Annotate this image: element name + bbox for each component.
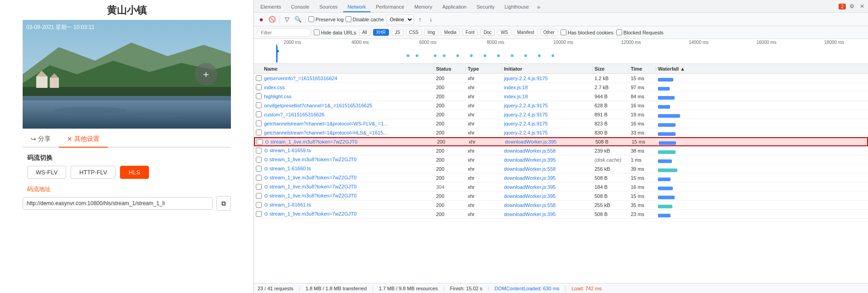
row-checkbox[interactable] xyxy=(255,211,262,217)
tab-network[interactable]: Network xyxy=(343,2,370,12)
row-time: 15 ms xyxy=(630,139,657,144)
table-row[interactable]: ⊙ stream_1-61659.ts 200 xhr downloadWork… xyxy=(254,146,868,155)
row-initiator: jquery-2.2.4.js:9175 xyxy=(502,76,593,81)
table-row[interactable]: ⊙ stream_1_live.m3u8?token=7wZ2GJT0 200 … xyxy=(254,155,868,164)
tab-settings[interactable]: ✕ 其他设置 xyxy=(59,131,108,148)
blocked-cookies-checkbox[interactable] xyxy=(561,29,566,35)
svg-point-19 xyxy=(484,54,486,57)
row-checkbox[interactable] xyxy=(255,166,262,172)
header-type[interactable]: Type xyxy=(466,66,502,72)
table-row[interactable]: highlight.css 200 xhr index.js:18 944 B … xyxy=(254,92,868,101)
hide-data-urls-group: Hide data URLs xyxy=(314,29,356,35)
table-row[interactable]: ⊙ stream_1-61660.ts 200 xhr downloadWork… xyxy=(254,164,868,173)
row-checkbox[interactable] xyxy=(255,84,262,90)
hide-data-urls-checkbox[interactable] xyxy=(314,29,320,35)
table-row[interactable]: ⊙ stream_1_live.m3u8?token=7wZ2GJT0 200 … xyxy=(254,210,868,219)
close-icon[interactable]: ✕ xyxy=(858,2,866,10)
import-button[interactable]: ↑ xyxy=(416,15,425,24)
network-table[interactable]: Name Status Type Initiator Size Time Wat… xyxy=(254,64,868,283)
table-row[interactable]: ⊙ stream_1_live.m3u8?token=7wZ2GJT0 304 … xyxy=(254,183,868,192)
row-status: 200 xyxy=(434,130,466,135)
video-control-icon[interactable]: ＋ xyxy=(195,63,217,86)
stream-url-input[interactable] xyxy=(23,197,213,210)
header-name[interactable]: Name xyxy=(262,66,434,72)
row-checkbox[interactable] xyxy=(255,93,262,99)
import-export-buttons: ↑ ↓ xyxy=(416,15,436,24)
row-checkbox[interactable] xyxy=(255,120,262,126)
btn-http-flv[interactable]: HTTP-FLV xyxy=(71,166,115,179)
table-row[interactable]: onvifgetpresetlist?channel=1&_=161516531… xyxy=(254,101,868,110)
tab-security[interactable]: Security xyxy=(472,2,499,12)
row-type: xhr xyxy=(466,94,502,99)
table-row[interactable]: ⊙ stream_1_live.m3u8?token=7wZ2GJT0 200 … xyxy=(254,173,868,183)
search-button[interactable]: 🔍 xyxy=(293,15,302,24)
header-waterfall[interactable]: Waterfall ▲ xyxy=(656,66,867,72)
tab-performance[interactable]: Performance xyxy=(371,2,409,12)
tab-share[interactable]: ↪ 分享 xyxy=(23,131,59,147)
header-size[interactable]: Size xyxy=(593,66,629,72)
btn-ws-flv[interactable]: WS-FLV xyxy=(27,166,66,179)
disable-cache-checkbox[interactable] xyxy=(345,16,351,22)
filter-img[interactable]: Img xyxy=(424,29,438,36)
row-size: 823 B xyxy=(593,121,629,126)
header-time[interactable]: Time xyxy=(629,66,656,72)
btn-hls[interactable]: HLS xyxy=(120,166,149,179)
tab-sources[interactable]: Sources xyxy=(315,2,342,12)
tab-more[interactable]: » xyxy=(534,3,543,12)
export-button[interactable]: ↓ xyxy=(427,15,436,24)
blocked-requests-checkbox[interactable] xyxy=(616,29,622,35)
header-initiator[interactable]: Initiator xyxy=(502,66,593,72)
filter-css[interactable]: CSS xyxy=(406,29,422,36)
filter-xhr[interactable]: XHR xyxy=(373,29,389,36)
copy-url-button[interactable]: ⧉ xyxy=(216,196,231,211)
record-button[interactable]: ● xyxy=(257,15,266,24)
settings-icon[interactable]: ⚙ xyxy=(848,2,856,10)
filter-ws[interactable]: WS xyxy=(498,29,511,36)
table-row[interactable]: getserverinfo?_=1615165316624 200 xhr jq… xyxy=(254,74,868,83)
row-checkbox[interactable] xyxy=(255,130,262,135)
row-checkbox[interactable] xyxy=(255,148,262,154)
row-checkbox[interactable] xyxy=(256,139,263,145)
row-checkbox[interactable] xyxy=(255,193,262,199)
filter-all[interactable]: All xyxy=(359,29,370,36)
filter-media[interactable]: Media xyxy=(441,29,460,36)
table-row[interactable]: index.css 200 xhr index.js:18 2.7 kB 97 … xyxy=(254,83,868,92)
blocked-requests-group: Blocked Requests xyxy=(616,29,664,35)
row-waterfall xyxy=(656,93,867,100)
filter-doc[interactable]: Doc xyxy=(480,29,495,36)
row-waterfall xyxy=(656,120,867,127)
table-row[interactable]: getchannelstream?channel=1&protocol=WS-F… xyxy=(254,119,868,128)
filter-other[interactable]: Other xyxy=(540,29,558,36)
tab-lighthouse[interactable]: Lighthouse xyxy=(500,2,533,12)
tab-memory[interactable]: Memory xyxy=(410,2,437,12)
row-time: 16 ms xyxy=(629,103,656,108)
row-type: xhr xyxy=(466,175,502,181)
row-time: 33 ms xyxy=(629,130,656,135)
tab-console[interactable]: Console xyxy=(287,2,314,12)
stop-button[interactable]: 🚫 xyxy=(268,15,277,24)
table-row[interactable]: ⊙ stream_1_live.m3u8?token=7wZ2GJT0 200 … xyxy=(254,137,868,146)
row-checkbox[interactable] xyxy=(255,102,262,108)
tab-elements[interactable]: Elements xyxy=(256,2,286,12)
table-row[interactable]: getchannelstream?channel=1&protocol=HLS&… xyxy=(254,128,868,137)
row-initiator: jquery-2.2.4.js:9175 xyxy=(502,121,593,126)
filter-input[interactable] xyxy=(257,28,311,37)
row-checkbox[interactable] xyxy=(255,75,262,81)
row-checkbox[interactable] xyxy=(255,157,262,163)
filter-manifest[interactable]: Manifest xyxy=(514,29,537,36)
row-checkbox[interactable] xyxy=(255,175,262,181)
filter-js[interactable]: JS xyxy=(392,29,403,36)
table-row[interactable]: ⊙ stream_1_live.m3u8?token=7wZ2GJT0 200 … xyxy=(254,192,868,201)
header-status[interactable]: Status xyxy=(434,66,466,72)
row-checkbox[interactable] xyxy=(255,184,262,190)
throttle-select[interactable]: Online xyxy=(386,14,414,24)
filter-icon-button[interactable]: ▽ xyxy=(283,15,292,24)
tab-application[interactable]: Application xyxy=(438,2,471,12)
filter-font[interactable]: Font xyxy=(462,29,478,36)
table-row[interactable]: ⊙ stream_1-61661.ts 200 xhr downloadWork… xyxy=(254,201,868,210)
row-checkbox[interactable] xyxy=(255,202,262,208)
row-checkbox[interactable] xyxy=(255,111,262,117)
table-row[interactable]: custom?_=1615165316626 200 xhr jquery-2.… xyxy=(254,110,868,119)
finish-time: Finish: 15.02 s xyxy=(450,286,483,291)
preserve-log-checkbox[interactable] xyxy=(308,16,314,22)
